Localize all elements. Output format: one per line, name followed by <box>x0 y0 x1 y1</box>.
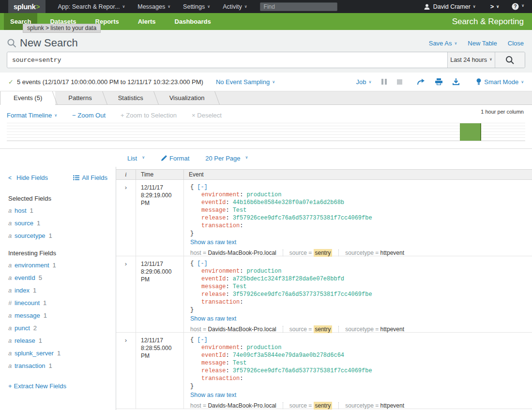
save-as-menu[interactable]: Save As <box>429 40 457 47</box>
plus-icon: + <box>121 112 126 119</box>
selected-fields-heading: Selected Fields <box>0 195 116 202</box>
collapse-json-link[interactable]: [-] <box>197 184 208 190</box>
messages-menu[interactable]: Messages <box>137 3 170 10</box>
find-input[interactable] <box>260 2 337 11</box>
field-item-release[interactable]: arelease1 <box>0 337 116 345</box>
sourcetype-field[interactable]: sourcetype = httpevent <box>345 326 404 333</box>
event-sampling-menu[interactable]: No Event Sampling <box>216 78 275 86</box>
events-table: i Time Event › 12/11/17 8:29:19.000 PM {… <box>116 169 532 410</box>
field-item-linecount[interactable]: #linecount1 <box>0 299 116 307</box>
stop-job-button[interactable] <box>397 79 402 85</box>
app-menu[interactable]: App: Search & Repor... <box>58 3 125 10</box>
field-item-sourcetype[interactable]: asourcetype1 <box>0 232 116 240</box>
splunk-logo-text: splunk <box>14 2 35 11</box>
event-json: {[-] environment:production eventId:a725… <box>190 260 527 314</box>
field-item-punct[interactable]: apunct2 <box>0 324 116 332</box>
field-item-environment[interactable]: aenvironment1 <box>0 261 116 269</box>
new-table-link[interactable]: New Table <box>468 40 497 47</box>
share-job-button[interactable] <box>417 79 425 85</box>
list-view-menu[interactable]: List <box>127 155 145 162</box>
show-raw-text-link[interactable]: Show as raw text <box>190 315 236 322</box>
page-title: New Search <box>20 37 78 49</box>
all-fields-link[interactable]: All Fields <box>73 174 107 181</box>
source-field[interactable]: source = sentry <box>289 249 332 256</box>
expand-event-icon[interactable]: › <box>125 184 127 191</box>
field-separator <box>283 402 283 409</box>
quick-links-menu[interactable]: > <box>490 3 499 10</box>
field-type-prefix: a <box>8 219 15 227</box>
field-item-splunk-server[interactable]: asplunk_server1 <box>0 349 116 357</box>
splunk-logo-tooltip: splunk > listen to your data <box>23 24 101 33</box>
event-field-values: host = Davids-MacBook-Pro.local source =… <box>190 402 527 409</box>
deselect-button[interactable]: × Deselect <box>192 112 222 119</box>
tab-patterns[interactable]: Patterns <box>55 91 105 104</box>
expand-event-icon[interactable]: › <box>125 337 127 344</box>
events-summary: 5 events (12/10/17 10:00:00.000 PM to 12… <box>17 78 203 86</box>
timeline-event-bar[interactable] <box>460 123 481 141</box>
expand-event-icon[interactable]: › <box>125 260 127 267</box>
field-item-eventid[interactable]: aeventId5 <box>0 274 116 282</box>
splunk-logo[interactable]: splunk > <box>8 0 46 13</box>
results-tabs: Events (5) Patterns Statistics Visualiza… <box>0 91 532 105</box>
minus-icon: − <box>72 112 77 119</box>
field-item-source[interactable]: asource1 <box>0 219 116 227</box>
tab-statistics[interactable]: Statistics <box>105 91 156 104</box>
job-menu[interactable]: Job <box>356 78 372 86</box>
show-raw-text-link[interactable]: Show as raw text <box>190 239 236 246</box>
settings-menu[interactable]: Settings <box>183 3 210 10</box>
field-item-index[interactable]: aindex1 <box>0 286 116 294</box>
fields-sidebar: Hide Fields All Fields Selected Fields a… <box>0 167 116 410</box>
hide-fields-link[interactable]: Hide Fields <box>8 174 48 181</box>
time-column-header: Time <box>136 170 184 179</box>
source-field[interactable]: source = sentry <box>289 402 332 409</box>
host-field[interactable]: host = Davids-MacBook-Pro.local <box>190 249 276 256</box>
events-table-header: i Time Event <box>116 169 532 180</box>
search-submit-button[interactable] <box>495 52 525 68</box>
activity-menu[interactable]: Activity <box>223 3 247 10</box>
user-menu[interactable]: David Cramer <box>433 3 476 10</box>
timeline-histogram[interactable] <box>7 123 525 141</box>
show-raw-text-link[interactable]: Show as raw text <box>190 392 236 398</box>
field-separator <box>283 249 283 256</box>
tab-visualization[interactable]: Visualization <box>156 91 218 104</box>
format-menu[interactable]: Format <box>161 155 189 162</box>
collapse-json-link[interactable]: [-] <box>197 260 208 267</box>
field-type-prefix: a <box>8 324 15 332</box>
collapse-json-link[interactable]: [-] <box>197 337 208 343</box>
close-link[interactable]: Close <box>508 40 524 47</box>
event-timestamp: 12/11/17 8:29:06.000 PM <box>136 256 184 332</box>
field-item-host[interactable]: ahost1 <box>0 206 116 215</box>
search-query-input[interactable] <box>7 52 447 68</box>
help-menu[interactable]: ? <box>512 3 524 10</box>
zoom-to-selection-button[interactable]: + Zoom to Selection <box>121 112 177 119</box>
per-page-menu[interactable]: 20 Per Page <box>205 155 248 162</box>
svg-text:?: ? <box>514 4 517 9</box>
host-field[interactable]: host = Davids-MacBook-Pro.local <box>190 326 276 333</box>
field-item-transaction[interactable]: atransaction1 <box>0 362 116 370</box>
field-item-message[interactable]: amessage1 <box>0 311 116 320</box>
print-button[interactable] <box>435 78 442 85</box>
highlighted-value: sentry <box>314 249 333 257</box>
host-field[interactable]: host = Davids-MacBook-Pro.local <box>190 402 276 409</box>
search-mode-menu[interactable]: Smart Mode <box>476 78 524 86</box>
zoom-out-button[interactable]: − Zoom Out <box>72 112 106 119</box>
export-button[interactable] <box>453 78 459 85</box>
pause-job-button[interactable] <box>381 79 387 85</box>
sourcetype-field[interactable]: sourcetype = httpevent <box>345 249 404 256</box>
extract-new-fields-link[interactable]: Extract New Fields <box>0 382 75 390</box>
event-field-values: host = Davids-MacBook-Pro.local source =… <box>190 249 527 256</box>
nav-item-alerts[interactable]: Alerts <box>132 13 162 30</box>
field-separator <box>283 326 283 333</box>
pencil-icon <box>161 155 167 161</box>
field-type-prefix: a <box>8 337 15 345</box>
source-field[interactable]: source = sentry <box>289 326 332 333</box>
nav-item-dashboards[interactable]: Dashboards <box>168 13 217 30</box>
question-icon: ? <box>512 3 519 10</box>
event-row: › 12/11/17 8:29:19.000 PM {[-] environme… <box>116 180 532 256</box>
event-timestamp: 12/11/17 8:29:19.000 PM <box>136 180 184 256</box>
tab-events[interactable]: Events (5) <box>0 91 55 105</box>
job-done-check-icon: ✓ <box>8 78 14 86</box>
format-timeline-menu[interactable]: Format Timeline <box>7 112 57 119</box>
time-range-picker[interactable]: Last 24 hours <box>447 52 495 68</box>
sourcetype-field[interactable]: sourcetype = httpevent <box>345 402 404 409</box>
